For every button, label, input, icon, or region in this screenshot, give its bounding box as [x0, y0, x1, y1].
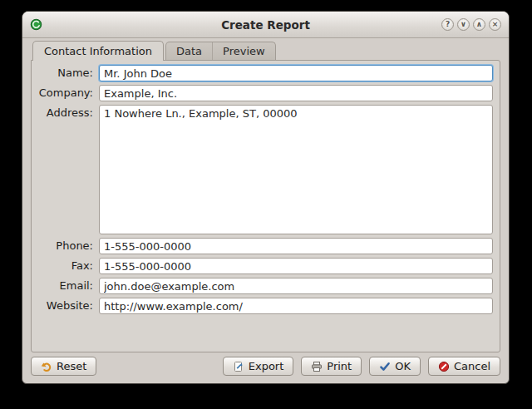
- tab-data[interactable]: Data: [166, 42, 212, 60]
- fax-label: Fax:: [35, 258, 99, 274]
- help-icon[interactable]: ?: [441, 18, 454, 31]
- company-label: Company:: [35, 85, 99, 101]
- address-label: Address:: [35, 105, 99, 121]
- name-row: Name:: [35, 65, 493, 81]
- name-label: Name:: [35, 65, 99, 81]
- fax-input[interactable]: [99, 258, 493, 274]
- email-input[interactable]: [99, 278, 493, 294]
- ok-check-icon: [379, 361, 391, 372]
- website-row: Website:: [35, 298, 493, 314]
- email-label: Email:: [35, 278, 99, 294]
- fax-row: Fax:: [35, 258, 493, 274]
- tab-bar: Contact Information Data Preview: [32, 41, 509, 60]
- export-label: Export: [249, 360, 284, 372]
- unshade-icon[interactable]: ∧: [473, 18, 485, 31]
- cancel-icon: [438, 361, 450, 372]
- export-button[interactable]: Export: [223, 357, 294, 376]
- dialog-buttons: Export Print OK: [223, 357, 500, 376]
- email-row: Email:: [35, 278, 493, 294]
- window-title: Create Report: [22, 18, 509, 32]
- shade-icon[interactable]: ∨: [457, 18, 470, 31]
- print-label: Print: [327, 360, 352, 372]
- tab-preview[interactable]: Preview: [212, 42, 275, 60]
- screen-background: Create Report ? ∨ ∧ × Contact Informatio…: [0, 0, 532, 409]
- contact-information-panel: Name: Company: Address: 1 Nowhere Ln., E…: [31, 60, 500, 352]
- address-row: Address: 1 Nowhere Ln., Example, ST, 000…: [35, 105, 493, 234]
- window-controls: ? ∨ ∧ ×: [441, 18, 501, 31]
- reset-button[interactable]: Reset: [31, 357, 96, 376]
- website-input[interactable]: [99, 298, 493, 314]
- ok-label: OK: [395, 360, 411, 372]
- phone-label: Phone:: [35, 238, 99, 254]
- close-icon[interactable]: ×: [489, 18, 501, 31]
- action-button-row: Reset Export Pr: [31, 357, 500, 376]
- name-input[interactable]: [99, 65, 493, 81]
- ok-button[interactable]: OK: [369, 357, 421, 376]
- create-report-dialog: Create Report ? ∨ ∧ × Contact Informatio…: [22, 11, 510, 384]
- inactive-tab-group: Data Preview: [165, 42, 276, 60]
- cancel-label: Cancel: [454, 360, 490, 372]
- print-button[interactable]: Print: [301, 357, 362, 376]
- address-textarea[interactable]: 1 Nowhere Ln., Example, ST, 00000: [99, 105, 493, 234]
- website-label: Website:: [35, 298, 99, 314]
- company-row: Company:: [35, 85, 493, 101]
- reset-label: Reset: [57, 360, 86, 372]
- phone-row: Phone:: [35, 238, 493, 254]
- export-icon: [233, 361, 244, 372]
- titlebar[interactable]: Create Report ? ∨ ∧ ×: [22, 12, 509, 38]
- company-input[interactable]: [99, 85, 493, 101]
- app-icon: [30, 18, 42, 31]
- phone-input[interactable]: [99, 238, 493, 254]
- tab-contact-information[interactable]: Contact Information: [32, 41, 164, 61]
- cancel-button[interactable]: Cancel: [428, 357, 500, 376]
- printer-icon: [311, 361, 323, 372]
- reset-undo-icon: [41, 361, 52, 372]
